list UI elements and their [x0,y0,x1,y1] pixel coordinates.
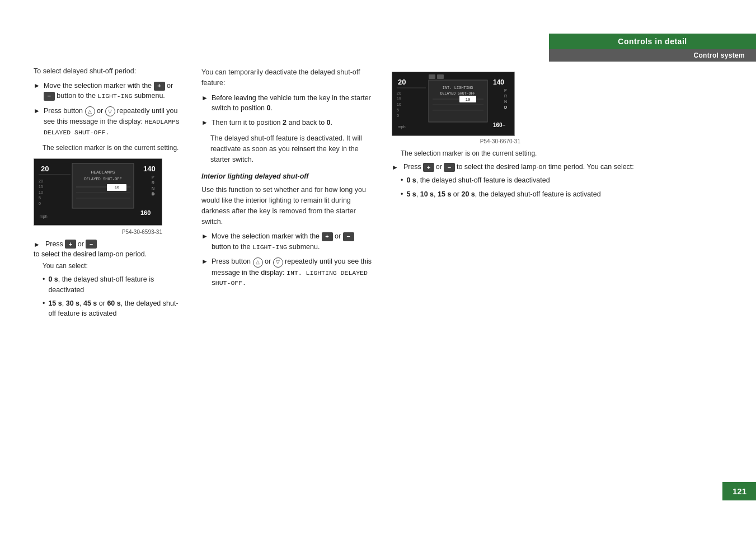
left-cluster-caption: P54-30-6593-31 [34,229,162,235]
up-icon-2: △ [253,257,263,268]
middle-bullet-list-1: ► Before leaving the vehicle turn the ke… [201,93,375,128]
left-press-or: or [78,240,84,248]
subsection-title: Control system [549,49,756,62]
minus-btn-3: – [343,232,354,241]
svg-text:10: 10 [397,102,401,106]
svg-text:DELAYED SHUT-OFF: DELAYED SHUT-OFF [440,92,476,96]
svg-text:160–: 160– [493,122,506,128]
middle-section-para: Use this function to set whether and for… [201,185,375,227]
left-dot-2: 15 s, 30 s, 45 s or 60 s, the delayed sh… [43,298,185,318]
svg-text:5: 5 [397,108,399,112]
page-number: 121 [722,482,756,500]
svg-text:N: N [152,186,154,190]
arrow-icon-5: ► [201,118,208,128]
svg-text:INT. LIGHTING: INT. LIGHTING [443,86,473,90]
section-title: Controls in detail [549,34,756,49]
svg-text:10: 10 [466,97,470,102]
svg-text:20: 20 [39,179,43,183]
plus-btn-2: + [65,240,76,249]
minus-btn-2: – [86,240,97,249]
right-sub-note: The selection marker is on the current s… [401,149,711,158]
right-dot-1-text: 0 s, the delayed shut-off feature is dea… [406,175,550,185]
header-bar: Controls in detail Control system [549,34,756,62]
middle-display-2: INT. LIGHTING DELAYED SHUT-OFF. [212,269,368,287]
svg-text:20: 20 [398,78,406,86]
left-dot-1-text: 0 s, the delayed shut-off feature is dea… [48,274,185,294]
middle-bullet-list-2: ► Move the selection marker with the + o… [201,231,375,288]
arrow-icon-3: ► [34,241,40,249]
svg-text:D: D [504,105,507,109]
left-press-line: ► Press + or – to select the desired lam… [34,240,185,258]
left-bullet-2: ► Press button △ or ▽ repeatedly until y… [34,106,185,138]
plus-btn-1: + [154,82,165,91]
left-dot-1: 0 s, the delayed shut-off feature is dea… [43,274,185,294]
svg-text:15: 15 [39,185,43,189]
left-press-rest: to select the desired lamp-on period. [34,250,147,258]
middle-bullet-2: ► Then turn it to position 2 and back to… [201,118,375,128]
right-press-or: or [436,163,442,171]
svg-text:P: P [152,175,154,179]
svg-text:P: P [504,88,507,92]
right-press-rest: to select the desired lamp-on time perio… [457,163,634,171]
down-icon-2: ▽ [273,257,283,268]
middle-section-heading: Interior lighting delayed shut-off [201,172,375,180]
middle-b3-text: Move the selection marker with the + or … [212,231,375,252]
right-press-text: Press [403,163,421,171]
middle-deactivate-intro: You can temporarily deactivate the delay… [201,67,375,88]
minus-btn-1: – [44,92,55,101]
left-b2-text: Press button △ or ▽ repeatedly until you… [44,106,185,138]
arrow-icon-1: ► [34,81,40,91]
svg-text:15: 15 [397,97,401,101]
middle-b2-text: Then turn it to position 2 and back to 0… [212,118,332,128]
left-bullet-1: ► Move the selection marker with the + o… [34,81,185,101]
svg-text:10: 10 [39,190,43,194]
left-you-can-select: You can select: [43,261,185,271]
left-bullet-list: ► Move the selection marker with the + o… [34,81,185,138]
svg-text:5: 5 [39,196,41,200]
middle-bullet-1: ► Before leaving the vehicle turn the ke… [201,93,375,113]
minus-btn-4: – [444,163,455,172]
left-press-text: Press [45,240,63,248]
svg-rect-33 [437,74,444,79]
svg-text:D: D [152,192,154,196]
svg-text:0: 0 [397,114,399,118]
svg-text:mph: mph [398,125,406,129]
svg-text:R: R [504,94,507,98]
arrow-icon-2: ► [34,106,40,116]
middle-bullet-3: ► Move the selection marker with the + o… [201,231,375,252]
svg-text:160: 160 [140,209,151,216]
right-cluster: 20 20 15 10 5 0 mph INT. LIGHTING DELAYE… [392,72,515,136]
down-icon-1: ▽ [105,106,115,116]
left-b1-mono: LIGHT-ING [97,92,132,100]
svg-text:15: 15 [115,186,119,190]
middle-deact-note: The delayed shut-off feature is deactiva… [210,133,375,165]
col-right: 20 20 15 10 5 0 mph INT. LIGHTING DELAYE… [392,67,711,489]
col-left: To select delayed shut-off period: ► Mov… [34,67,185,489]
svg-text:HEADLAMPS: HEADLAMPS [91,170,115,175]
col-middle: You can temporarily deactivate the delay… [201,67,375,489]
right-dot-2-text: 5 s, 10 s, 15 s or 20 s, the delayed shu… [406,189,600,199]
middle-b3-mono: LIGHT-ING [252,243,287,251]
right-dot-2: 5 s, 10 s, 15 s or 20 s, the delayed shu… [401,189,711,199]
arrow-icon-8: ► [392,163,398,171]
arrow-icon-6: ► [201,232,208,241]
svg-text:20: 20 [41,165,49,173]
arrow-icon-4: ► [201,93,208,103]
left-b1-text: Move the selection marker with the + or … [44,81,185,101]
middle-b1-text: Before leaving the vehicle turn the key … [212,93,375,113]
up-icon-1: △ [85,106,95,116]
svg-text:R: R [152,181,154,185]
left-intro: To select delayed shut-off period: [34,67,185,75]
plus-btn-3: + [322,232,333,241]
content-area: To select delayed shut-off period: ► Mov… [34,67,711,489]
middle-bullet-4: ► Press button △ or ▽ repeatedly until y… [201,256,375,288]
left-dot-2-text: 15 s, 30 s, 45 s or 60 s, the delayed sh… [48,298,185,318]
svg-text:mph: mph [40,214,48,219]
left-display-1: HEADLAMPS DELAYED SHUT-OFF. [44,118,180,136]
right-press-line: ► Press + or – to select the desired lam… [392,163,711,172]
svg-rect-32 [429,74,435,79]
right-dot-list: 0 s, the delayed shut-off feature is dea… [401,175,711,199]
left-dot-list: 0 s, the delayed shut-off feature is dea… [43,274,185,318]
arrow-icon-7: ► [201,257,208,266]
middle-b4-text: Press button △ or ▽ repeatedly until you… [212,256,375,288]
